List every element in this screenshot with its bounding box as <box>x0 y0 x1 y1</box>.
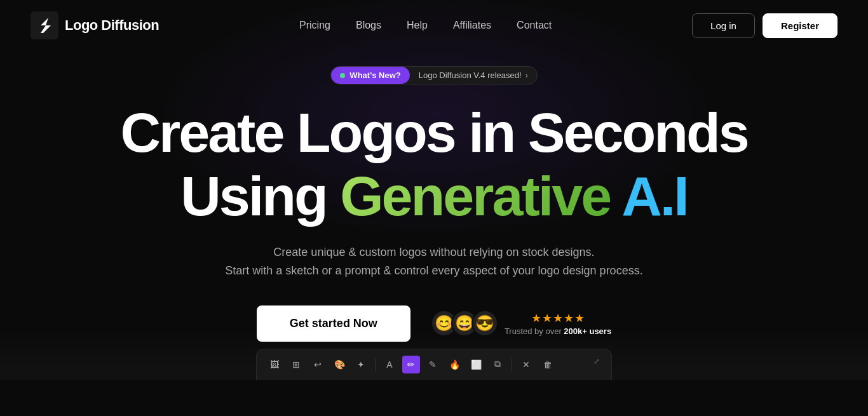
get-started-button[interactable]: Get started Now <box>257 305 410 342</box>
hero-title-line1: Create Logos in Seconds <box>120 105 747 161</box>
nav-actions: Log in Register <box>692 13 837 38</box>
title-using: Using <box>180 164 340 227</box>
title-ai: A.I <box>610 164 688 227</box>
badge-right: Logo Diffusion V.4 released! › <box>410 67 537 84</box>
nav-links: Pricing Blogs Help Affiliates Contact <box>299 20 552 31</box>
badge-right-text: Logo Diffusion V.4 released! <box>419 70 522 80</box>
whats-new-badge[interactable]: What's New? Logo Diffusion V.4 released!… <box>330 66 537 84</box>
badge-left: What's New? <box>331 67 409 84</box>
hero-subtitle: Create unique & custom logos without rel… <box>225 243 642 280</box>
badge-chevron: › <box>526 71 528 80</box>
register-button[interactable]: Register <box>763 13 837 38</box>
hero-content: What's New? Logo Diffusion V.4 released!… <box>120 66 747 380</box>
hero-section: What's New? Logo Diffusion V.4 released!… <box>0 51 868 380</box>
nav-pricing[interactable]: Pricing <box>299 20 330 30</box>
logo-icon <box>31 11 58 39</box>
cta-row: Get started Now 😊 😄 😎 ★★★★★ Trusted by o… <box>257 305 611 342</box>
avatar-3: 😎 <box>471 310 498 337</box>
hero-title-line2: Using Generative A.I <box>180 167 687 225</box>
star-rating: ★★★★★ <box>505 311 611 325</box>
social-proof: 😊 😄 😎 ★★★★★ Trusted by over 200k+ users <box>431 310 611 337</box>
logo[interactable]: Logo Diffusion <box>31 11 159 39</box>
nav-contact[interactable]: Contact <box>517 20 552 30</box>
title-generative: Generative <box>340 164 610 227</box>
trust-text: Trusted by over 200k+ users <box>505 326 611 336</box>
subtitle-line1: Create unique & custom logos without rel… <box>273 246 594 258</box>
nav-help[interactable]: Help <box>407 20 428 30</box>
badge-left-text: What's New? <box>349 70 400 80</box>
brand-name: Logo Diffusion <box>65 17 159 34</box>
trust-prefix: Trusted by over <box>505 326 564 336</box>
navbar: Logo Diffusion Pricing Blogs Help Affili… <box>0 0 868 51</box>
badge-dot <box>340 73 345 78</box>
avatars: 😊 😄 😎 <box>431 310 498 337</box>
stars-and-trust: ★★★★★ Trusted by over 200k+ users <box>505 311 611 336</box>
trust-count: 200k+ users <box>564 326 611 336</box>
nav-blogs[interactable]: Blogs <box>356 20 381 30</box>
nav-affiliates[interactable]: Affiliates <box>453 20 491 30</box>
subtitle-line2: Start with a sketch or a prompt & contro… <box>225 264 642 277</box>
login-button[interactable]: Log in <box>692 13 755 38</box>
